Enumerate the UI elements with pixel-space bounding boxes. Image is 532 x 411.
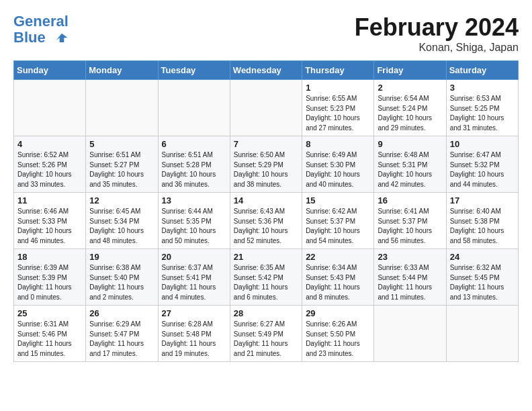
week-row-1: 1Sunrise: 6:55 AMSunset: 5:23 PMDaylight… [14,80,519,136]
calendar-cell: 6Sunrise: 6:51 AMSunset: 5:28 PMDaylight… [158,136,230,193]
day-detail: Sunrise: 6:28 AMSunset: 5:48 PMDaylight:… [162,320,226,359]
day-number: 1 [306,83,370,93]
day-detail: Sunrise: 6:39 AMSunset: 5:39 PMDaylight:… [17,263,82,302]
day-detail: Sunrise: 6:53 AMSunset: 5:25 PMDaylight:… [450,94,515,133]
calendar-cell: 3Sunrise: 6:53 AMSunset: 5:25 PMDaylight… [446,80,518,136]
header-friday: Friday [374,61,446,80]
day-number: 18 [17,252,82,262]
day-detail: Sunrise: 6:27 AMSunset: 5:49 PMDaylight:… [234,320,298,359]
calendar-cell: 24Sunrise: 6:32 AMSunset: 5:45 PMDayligh… [446,249,518,306]
month-title: February 2024 [355,13,519,42]
calendar-cell: 28Sunrise: 6:27 AMSunset: 5:49 PMDayligh… [230,306,302,362]
calendar-cell: 4Sunrise: 6:52 AMSunset: 5:26 PMDaylight… [14,136,86,193]
day-detail: Sunrise: 6:50 AMSunset: 5:29 PMDaylight:… [234,150,298,189]
day-detail: Sunrise: 6:34 AMSunset: 5:43 PMDaylight:… [306,263,370,302]
calendar-cell: 9Sunrise: 6:48 AMSunset: 5:31 PMDaylight… [374,136,446,193]
day-detail: Sunrise: 6:51 AMSunset: 5:28 PMDaylight:… [162,150,226,189]
header-monday: Monday [86,61,158,80]
calendar-cell: 20Sunrise: 6:37 AMSunset: 5:41 PMDayligh… [158,249,230,306]
day-detail: Sunrise: 6:47 AMSunset: 5:32 PMDaylight:… [450,150,515,189]
day-number: 26 [89,308,154,318]
header-sunday: Sunday [14,61,86,80]
header-thursday: Thursday [302,61,374,80]
day-number: 10 [450,139,515,149]
header-row: SundayMondayTuesdayWednesdayThursdayFrid… [14,61,519,80]
day-number: 20 [162,252,226,262]
day-number: 9 [378,139,442,149]
title-block: February 2024 Konan, Shiga, Japan [355,13,519,54]
calendar-cell [86,80,158,136]
day-number: 13 [162,195,226,205]
day-detail: Sunrise: 6:48 AMSunset: 5:31 PMDaylight:… [378,150,442,189]
calendar-cell: 21Sunrise: 6:35 AMSunset: 5:42 PMDayligh… [230,249,302,306]
day-detail: Sunrise: 6:41 AMSunset: 5:37 PMDaylight:… [378,207,442,246]
day-detail: Sunrise: 6:42 AMSunset: 5:37 PMDaylight:… [306,207,370,246]
day-detail: Sunrise: 6:44 AMSunset: 5:35 PMDaylight:… [162,207,226,246]
day-number: 23 [378,252,442,262]
day-detail: Sunrise: 6:43 AMSunset: 5:36 PMDaylight:… [234,207,298,246]
week-row-4: 18Sunrise: 6:39 AMSunset: 5:39 PMDayligh… [14,249,519,306]
day-detail: Sunrise: 6:38 AMSunset: 5:40 PMDaylight:… [89,263,154,302]
day-number: 28 [234,308,298,318]
calendar-cell: 23Sunrise: 6:33 AMSunset: 5:44 PMDayligh… [374,249,446,306]
day-number: 27 [162,308,226,318]
day-number: 24 [450,252,515,262]
day-detail: Sunrise: 6:32 AMSunset: 5:45 PMDaylight:… [450,263,515,302]
calendar-cell: 1Sunrise: 6:55 AMSunset: 5:23 PMDaylight… [302,80,374,136]
calendar-cell: 26Sunrise: 6:29 AMSunset: 5:47 PMDayligh… [86,306,158,362]
day-number: 6 [162,139,226,149]
calendar-cell [230,80,302,136]
day-detail: Sunrise: 6:45 AMSunset: 5:34 PMDaylight:… [89,207,154,246]
calendar-cell: 14Sunrise: 6:43 AMSunset: 5:36 PMDayligh… [230,193,302,249]
calendar-cell: 10Sunrise: 6:47 AMSunset: 5:32 PMDayligh… [446,136,518,193]
day-detail: Sunrise: 6:52 AMSunset: 5:26 PMDaylight:… [17,150,82,189]
day-number: 19 [89,252,154,262]
calendar-cell: 5Sunrise: 6:51 AMSunset: 5:27 PMDaylight… [86,136,158,193]
day-number: 15 [306,195,370,205]
day-number: 17 [450,195,515,205]
header-wednesday: Wednesday [230,61,302,80]
day-number: 11 [17,195,82,205]
header-tuesday: Tuesday [158,61,230,80]
page-header: General Blue February 2024 Konan, Shiga,… [13,13,519,54]
day-number: 3 [450,83,515,93]
day-detail: Sunrise: 6:54 AMSunset: 5:24 PMDaylight:… [378,94,442,133]
calendar-cell: 25Sunrise: 6:31 AMSunset: 5:46 PMDayligh… [14,306,86,362]
calendar-cell: 2Sunrise: 6:54 AMSunset: 5:24 PMDaylight… [374,80,446,136]
calendar-cell: 13Sunrise: 6:44 AMSunset: 5:35 PMDayligh… [158,193,230,249]
day-detail: Sunrise: 6:40 AMSunset: 5:38 PMDaylight:… [450,207,515,246]
day-detail: Sunrise: 6:29 AMSunset: 5:47 PMDaylight:… [89,320,154,359]
day-detail: Sunrise: 6:49 AMSunset: 5:30 PMDaylight:… [306,150,370,189]
week-row-2: 4Sunrise: 6:52 AMSunset: 5:26 PMDaylight… [14,136,519,193]
calendar-cell: 12Sunrise: 6:45 AMSunset: 5:34 PMDayligh… [86,193,158,249]
calendar-table: SundayMondayTuesdayWednesdayThursdayFrid… [13,60,519,362]
day-number: 29 [306,308,370,318]
day-number: 8 [306,139,370,149]
logo: General Blue [13,13,71,46]
day-detail: Sunrise: 6:37 AMSunset: 5:41 PMDaylight:… [162,263,226,302]
calendar-cell: 18Sunrise: 6:39 AMSunset: 5:39 PMDayligh… [14,249,86,306]
day-number: 25 [17,308,82,318]
day-detail: Sunrise: 6:33 AMSunset: 5:44 PMDaylight:… [378,263,442,302]
week-row-3: 11Sunrise: 6:46 AMSunset: 5:33 PMDayligh… [14,193,519,249]
day-number: 12 [89,195,154,205]
header-saturday: Saturday [446,61,518,80]
calendar-cell: 27Sunrise: 6:28 AMSunset: 5:48 PMDayligh… [158,306,230,362]
day-number: 22 [306,252,370,262]
day-number: 5 [89,139,154,149]
logo-icon [52,32,71,45]
calendar-cell: 11Sunrise: 6:46 AMSunset: 5:33 PMDayligh… [14,193,86,249]
calendar-cell: 8Sunrise: 6:49 AMSunset: 5:30 PMDaylight… [302,136,374,193]
calendar-cell: 19Sunrise: 6:38 AMSunset: 5:40 PMDayligh… [86,249,158,306]
location: Konan, Shiga, Japan [355,42,519,54]
logo-general: General [13,13,69,30]
day-detail: Sunrise: 6:55 AMSunset: 5:23 PMDaylight:… [306,94,370,133]
day-number: 16 [378,195,442,205]
week-row-5: 25Sunrise: 6:31 AMSunset: 5:46 PMDayligh… [14,306,519,362]
day-detail: Sunrise: 6:51 AMSunset: 5:27 PMDaylight:… [89,150,154,189]
calendar-cell: 29Sunrise: 6:26 AMSunset: 5:50 PMDayligh… [302,306,374,362]
day-detail: Sunrise: 6:26 AMSunset: 5:50 PMDaylight:… [306,320,370,359]
calendar-cell: 17Sunrise: 6:40 AMSunset: 5:38 PMDayligh… [446,193,518,249]
calendar-cell [446,306,518,362]
logo-blue: Blue [13,29,46,46]
